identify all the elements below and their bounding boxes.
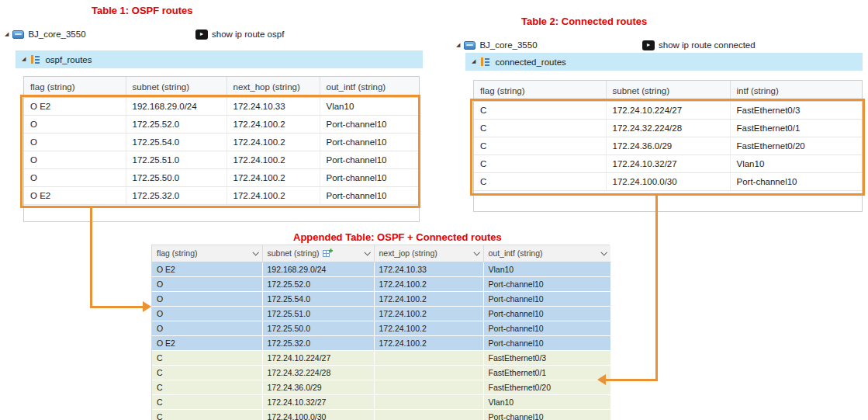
table-row[interactable]: O172.25.54.0172.24.100.2Port-channel10 <box>152 291 610 306</box>
table-cell: 172.24.100.2 <box>227 115 320 133</box>
table-row[interactable]: C172.24.32.224/28FastEthernet0/1 <box>474 119 863 137</box>
appended-column-header-next-jop[interactable]: next_jop (string) <box>374 245 483 262</box>
table-cell: FastEthernet0/1 <box>730 119 863 137</box>
column-label: subnet (string) <box>268 248 320 258</box>
column-header-subnet: subnet (string) <box>606 81 730 101</box>
table-row[interactable]: O172.25.50.0172.24.100.2Port-channel10 <box>24 168 420 186</box>
expand-triangle-icon[interactable]: ◢ <box>22 57 26 62</box>
column-header-flag: flag (string) <box>474 81 606 101</box>
table-cell: 172.24.100.2 <box>374 291 483 306</box>
arrow-connected-vertical-line <box>655 196 658 381</box>
table-cell: FastEthernet0/3 <box>483 350 610 365</box>
table-cell: Port-channel10 <box>320 115 420 133</box>
table-row[interactable]: C172.24.10.224/27FastEthernet0/3 <box>152 350 610 365</box>
arrow-connected-horizontal-line <box>605 379 658 381</box>
table-cell: Port-channel10 <box>483 409 610 420</box>
appended-column-header-flag[interactable]: flag (string) <box>152 245 262 262</box>
table-cell: Port-channel10 <box>483 321 610 335</box>
table-row[interactable]: O172.25.50.0172.24.100.2Port-channel10 <box>152 321 610 335</box>
table-cell: 172.24.10.33 <box>227 97 320 115</box>
expand-triangle-icon[interactable]: ◢ <box>5 32 9 37</box>
table-cell: O <box>152 291 262 306</box>
table-cell: 172.25.54.0 <box>126 133 227 151</box>
device-icon <box>464 41 475 50</box>
column-header-next-hop: next_hop (string) <box>227 77 320 97</box>
table-cell: 172.25.51.0 <box>126 151 227 168</box>
cli-icon: ▸ <box>642 40 655 50</box>
table-cell: Port-channel10 <box>730 172 863 190</box>
table-cell: Vlan10 <box>730 154 863 172</box>
table-cell: Port-channel10 <box>320 186 420 204</box>
screenshot-canvas: Table 1: OSPF routes ◢ BJ_core_3550 ▸ sh… <box>0 0 868 420</box>
appended-title: Appended Table: OSPF + Connected routes <box>293 231 502 243</box>
table-cell: FastEthernet0/20 <box>730 137 863 154</box>
table-cell: Port-channel10 <box>320 168 420 186</box>
column-header-intf: intf (string) <box>730 81 863 101</box>
table-row[interactable]: C172.24.10.32/27Vlan10 <box>152 394 610 409</box>
table-cell: O <box>152 306 262 321</box>
chevron-down-icon[interactable] <box>252 249 258 255</box>
column-header-out-intf: out_intf (string) <box>320 77 420 97</box>
table-cell: 172.25.32.0 <box>126 186 227 204</box>
table-cell <box>374 380 483 394</box>
appended-column-header-subnet[interactable]: subnet (string) <box>262 245 374 262</box>
expand-triangle-icon[interactable]: ◢ <box>472 59 475 64</box>
table2-device-row[interactable]: ◢ BJ_core_3550 <box>456 39 538 51</box>
table-cell <box>374 350 483 365</box>
chevron-down-icon[interactable] <box>364 249 370 255</box>
table-row[interactable]: O E2172.25.32.0172.24.100.2Port-channel1… <box>152 335 610 350</box>
table-row[interactable]: C172.24.100.0/30Port-channel10 <box>474 172 863 190</box>
table-cell: FastEthernet0/1 <box>483 365 610 380</box>
column-label: flag (string) <box>157 248 198 258</box>
table-cell: C <box>152 365 262 380</box>
appended-column-header-out-intf[interactable]: out_intf (string) <box>483 245 610 262</box>
table-row[interactable]: O E2192.168.29.0/24172.24.10.33Vlan10 <box>152 262 610 276</box>
table-cell: 172.24.10.224/27 <box>606 101 730 119</box>
table-cell: Port-channel10 <box>320 133 420 151</box>
table1-cli-command-row[interactable]: ▸ show ip route ospf <box>195 28 284 40</box>
table-row[interactable]: O E2172.25.32.0172.24.100.2Port-channel1… <box>24 186 420 204</box>
table-cell: 192.168.29.0/24 <box>262 262 374 276</box>
table-row[interactable]: O E2192.168.29.0/24172.24.10.33Vlan10 <box>24 97 420 115</box>
table-row[interactable]: C172.24.36.0/29FastEthernet0/20 <box>474 137 863 154</box>
table-cell: 172.24.100.2 <box>227 168 320 186</box>
expand-triangle-icon[interactable]: ◢ <box>456 43 460 48</box>
table-cell: 172.25.50.0 <box>126 168 227 186</box>
table-row[interactable]: C172.24.36.0/29FastEthernet0/20 <box>152 380 610 394</box>
append-table-icon <box>323 248 333 258</box>
table-cell: FastEthernet0/3 <box>730 101 863 119</box>
chevron-down-icon[interactable] <box>600 249 607 255</box>
table-cell: O E2 <box>152 335 262 350</box>
table1-device-row[interactable]: ◢ BJ_core_3550 <box>5 28 86 40</box>
table-row[interactable]: C172.24.100.0/30Port-channel10 <box>152 409 610 420</box>
table-cell <box>374 394 483 409</box>
table-row[interactable]: O172.25.51.0172.24.100.2Port-channel10 <box>24 151 420 168</box>
table-cell: 172.24.10.32/27 <box>606 154 730 172</box>
column-header-subnet: subnet (string) <box>126 77 227 97</box>
table-row[interactable]: O172.25.52.0172.24.100.2Port-channel10 <box>24 115 420 133</box>
table-row[interactable]: O172.25.51.0172.24.100.2Port-channel10 <box>152 306 610 321</box>
table2-cli-command-row[interactable]: ▸ show ip route connected <box>642 39 756 51</box>
cli-command-label: show ip route connected <box>659 40 756 50</box>
table-cell: C <box>152 350 262 365</box>
appended-table: flag (string) subnet (string) <box>151 245 610 420</box>
column-label: next_jop (string) <box>379 248 437 258</box>
column-label: out_intf (string) <box>489 248 543 258</box>
table-row[interactable]: C172.24.32.224/28FastEthernet0/1 <box>152 365 610 380</box>
table-cell: Port-channel10 <box>320 151 420 168</box>
table-cell: 172.25.52.0 <box>262 276 374 291</box>
table-cell: O <box>152 321 262 335</box>
table-row[interactable]: C172.24.10.224/27FastEthernet0/3 <box>474 101 863 119</box>
arrow-ospf-horizontal-line <box>90 306 143 308</box>
table-row[interactable]: C172.24.10.32/27Vlan10 <box>474 154 863 172</box>
table-cell: O <box>152 276 262 291</box>
device-label: BJ_core_3550 <box>28 30 85 39</box>
chevron-down-icon[interactable] <box>473 249 479 255</box>
table-cell: 172.25.51.0 <box>262 306 374 321</box>
table-cell: FastEthernet0/20 <box>483 380 610 394</box>
connected-routes-node-bar[interactable]: ◢ connected_routes <box>465 53 863 71</box>
ospf-routes-node-bar[interactable]: ◢ ospf_routes <box>16 50 423 68</box>
table-row[interactable]: O172.25.54.0172.24.100.2Port-channel10 <box>24 133 420 151</box>
arrow-ospf-arrowhead-icon <box>143 301 151 312</box>
table-row[interactable]: O172.25.52.0172.24.100.2Port-channel10 <box>152 276 610 291</box>
